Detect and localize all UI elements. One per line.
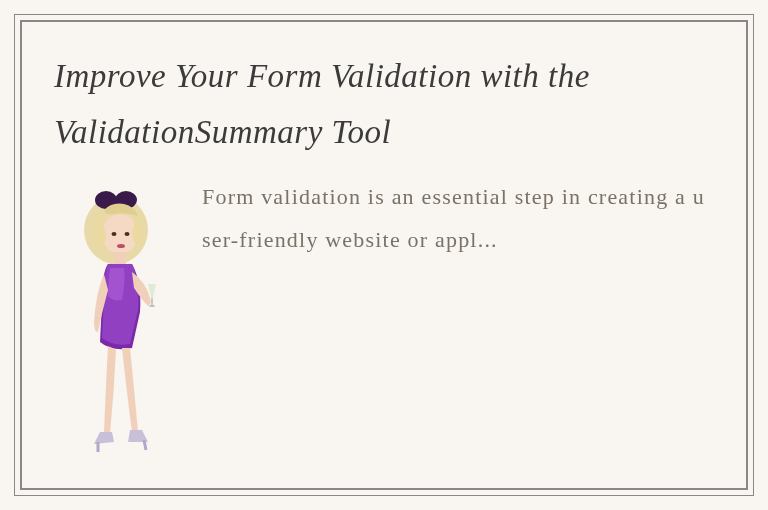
svg-rect-7 [114,252,126,264]
svg-point-4 [112,232,117,236]
inner-frame: Improve Your Form Validation with the Va… [20,20,748,490]
svg-point-9 [149,305,155,307]
woman-figure-icon [54,172,184,472]
woman-illustration [54,172,184,472]
content-row: Form validation is an essential step in … [54,172,714,472]
svg-point-5 [125,232,130,236]
article-title: Improve Your Form Validation with the Va… [54,48,714,160]
article-body: Form validation is an essential step in … [202,172,714,262]
svg-point-6 [117,244,125,248]
svg-line-11 [144,440,146,450]
